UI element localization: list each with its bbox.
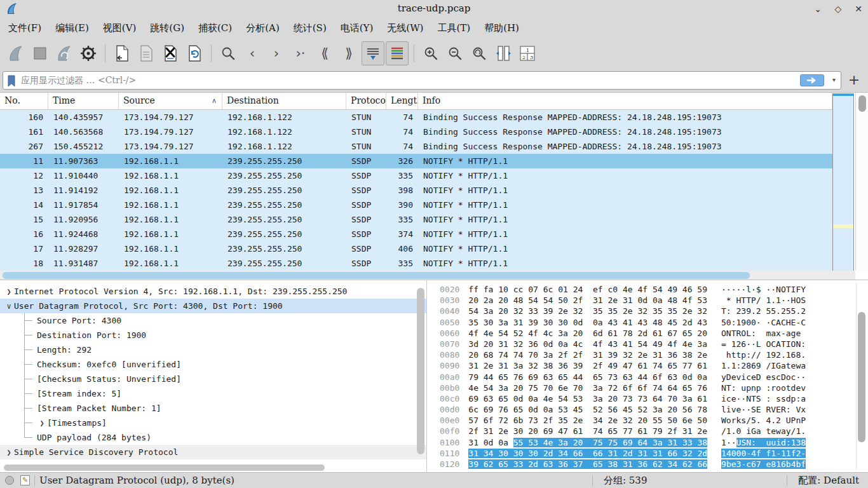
menu-item[interactable]: 捕获(C) [191,20,239,37]
detail-horizontal-scrollbar[interactable] [0,464,419,471]
maximize-button[interactable]: ◇ [832,4,844,14]
detail-vertical-scrollbar-thumb[interactable] [417,288,424,454]
detail-row[interactable]: ❯Simple Service Discovery Protocol [0,445,426,459]
hex-bytes[interactable]: 57 6f 72 6b 73 2f 35 2e 34 2e 32 20 55 5… [468,416,707,425]
hex-vertical-scrollbar-thumb[interactable] [858,312,865,442]
packet-list-vertical-scrollbar[interactable] [855,93,868,271]
packet-list-vertical-scrollbar-thumb[interactable] [858,95,866,112]
menu-item[interactable]: 无线(W) [380,20,430,37]
packet-list-horizontal-scrollbar[interactable] [0,271,855,280]
filter-bookmark-icon[interactable] [7,75,16,87]
column-header-no[interactable]: No. [0,93,48,109]
hex-bytes[interactable]: 69 63 65 0d 0a 4e 54 53 3a 20 73 73 64 7… [468,394,707,403]
packet-row[interactable]: 161140.563568173.194.79.127192.168.1.122… [0,125,832,139]
hex-ascii[interactable]: http:// 192.168. [721,350,806,360]
hex-row[interactable]: 00a079 44 65 76 69 63 65 44 65 73 63 44 … [440,372,806,383]
packet-list-horizontal-scrollbar-thumb[interactable] [3,272,750,279]
menu-item[interactable]: 跳转(G) [143,20,191,37]
hex-row[interactable]: 005035 30 3a 31 39 30 30 0d 0a 43 41 43 … [440,318,806,329]
hex-ascii[interactable]: 50:1900· ·CACHE-C [721,318,806,327]
column-header-destination[interactable]: Destination [222,93,346,109]
resize-columns-icon[interactable] [492,41,515,65]
restart-capture-icon[interactable] [53,41,76,65]
hex-row[interactable]: 00703d 20 31 32 36 0d 0a 4c 4f 43 41 54 … [440,339,806,350]
menu-item[interactable]: 分析(A) [239,20,287,37]
zoom-reset-icon[interactable] [468,41,491,65]
hex-row[interactable]: 00e057 6f 72 6b 73 2f 35 2e 34 2e 32 20 … [440,416,806,426]
hex-ascii[interactable]: ·····l·$ ··NOTIFY [721,285,806,294]
menu-item[interactable]: 工具(T) [430,20,477,37]
save-file-icon[interactable] [135,41,158,65]
hex-ascii[interactable]: live··SE RVER: Vx [721,405,806,414]
hex-bytes[interactable]: 31 2e 31 3a 32 38 36 39 2f 49 47 61 74 6… [468,361,707,370]
go-first-packet-icon[interactable]: ⟪ [313,41,336,65]
packet-row[interactable]: 1511.920956192.168.1.1239.255.255.250SSD… [0,212,832,227]
hex-bytes[interactable]: ff fa 10 cc 07 6c 01 24 ef c0 4e 4f 54 4… [468,285,707,294]
hex-row[interactable]: 011031 34 30 30 30 2d 34 66 66 31 2d 31 … [440,449,806,459]
tree-collapsed-icon[interactable]: ❯ [37,419,47,428]
hex-ascii[interactable]: 9be3-c67 e816b4bf [721,459,806,469]
hex-row[interactable]: 00c069 63 65 0d 0a 4e 54 53 3a 20 73 73 … [440,394,806,405]
detail-row[interactable]: Length: 292 [0,342,426,357]
layout-123-icon[interactable]: 123 [516,41,539,65]
go-last-packet-icon[interactable]: ⟫ [337,41,360,65]
close-button[interactable]: ✕ [853,4,864,14]
display-filter-input[interactable]: 应用显示过滤器 … <Ctrl-/> ▾ [3,71,841,90]
packet-row[interactable]: 1111.907363192.168.1.1239.255.255.250SSD… [0,154,832,168]
hex-bytes[interactable]: 31 34 30 30 30 2d 34 66 66 31 2d 31 31 6… [468,449,707,458]
hex-ascii[interactable]: /1.0 iGa teway/1. [721,426,806,436]
hex-ascii[interactable]: = 126··L OCATION: [721,339,806,349]
add-filter-button[interactable]: + [845,71,863,90]
filter-dropdown-caret-icon[interactable]: ▾ [832,76,836,83]
stop-capture-icon[interactable] [29,41,51,65]
column-header-info[interactable]: Info [418,93,832,109]
packet-row[interactable]: 267150.455212173.194.79.127192.168.1.122… [0,139,832,154]
column-header-source[interactable]: Source∧ [119,93,222,109]
hex-row[interactable]: 003020 2a 20 48 54 54 50 2f 31 2e 31 0d … [440,295,806,306]
packet-row[interactable]: 1211.910440192.168.1.1239.255.255.250SSD… [0,168,832,183]
go-previous-packet-icon[interactable]: ‹ [241,41,264,65]
auto-scroll-toggle-icon[interactable] [362,41,384,65]
hex-ascii[interactable]: NT: upnp :rootdev [721,383,806,393]
hex-row[interactable]: 009031 2e 31 3a 32 38 36 39 2f 49 47 61 … [440,361,806,372]
go-to-packet-icon[interactable]: ›· [289,41,312,65]
hex-ascii[interactable]: ONTROL: max-age [721,329,806,338]
menu-item[interactable]: 电话(Y) [334,20,381,37]
hex-row[interactable]: 012039 62 65 33 2d 63 36 37 65 38 31 36 … [440,459,806,470]
hex-bytes[interactable]: 54 3a 20 32 33 39 2e 32 35 35 2e 32 35 3… [468,306,707,316]
zoom-out-icon[interactable] [444,41,466,65]
hex-row[interactable]: 010031 0d 0a 55 53 4e 3a 20 75 75 69 64 … [440,438,806,449]
detail-vertical-scrollbar[interactable] [416,283,425,462]
hex-ascii[interactable]: 1··USN: uuid:138 [721,438,806,447]
menu-item[interactable]: 帮助(H) [477,20,526,37]
menu-item[interactable]: 视图(V) [96,20,144,37]
detail-row[interactable]: ∨User Datagram Protocol, Src Port: 4300,… [0,299,426,313]
reload-file-icon[interactable] [183,41,206,65]
column-header-protocol[interactable]: Protocol [346,93,386,109]
intelligent-scrollbar-minimap[interactable] [832,93,854,278]
detail-row[interactable]: UDP payload (284 bytes) [0,430,426,445]
column-header-time[interactable]: Time [48,93,119,109]
hex-bytes[interactable]: 31 0d 0a 55 53 4e 3a 20 75 75 69 64 3a 3… [468,438,707,447]
detail-row[interactable]: [Stream index: 5] [0,386,426,401]
hex-ascii[interactable]: T: 239.2 55.255.2 [721,306,806,316]
hex-ascii[interactable]: Works/5. 4.2 UPnP [721,416,806,425]
capture-comment-icon[interactable]: ✎ [20,475,30,485]
minimize-button[interactable]: ⌄ [812,4,824,14]
detail-row[interactable]: ❯[Timestamps] [0,416,426,430]
hex-bytes[interactable]: 20 2a 20 48 54 54 50 2f 31 2e 31 0d 0a 4… [468,295,707,305]
tree-collapsed-icon[interactable]: ❯ [4,448,14,457]
open-file-icon[interactable] [111,41,133,65]
find-packet-icon[interactable] [217,41,240,65]
menu-item[interactable]: 文件(F) [1,20,48,37]
packet-row[interactable]: 1811.931487192.168.1.1239.255.255.250SSD… [0,256,832,271]
go-next-packet-icon[interactable]: › [265,41,288,65]
expert-info-icon[interactable] [5,476,14,485]
detail-row[interactable]: Source Port: 4300 [0,313,426,328]
column-header-length[interactable]: Length [386,93,418,109]
detail-row[interactable]: Destination Port: 1900 [0,328,426,342]
hex-row[interactable]: 00d06c 69 76 65 0d 0a 53 45 52 56 45 52 … [440,405,806,416]
detail-row[interactable]: [Checksum Status: Unverified] [0,372,426,386]
hex-ascii[interactable]: 14000-4f f1-11f2- [721,449,806,458]
packet-row[interactable]: 1711.928297192.168.1.1239.255.255.250SSD… [0,241,832,256]
